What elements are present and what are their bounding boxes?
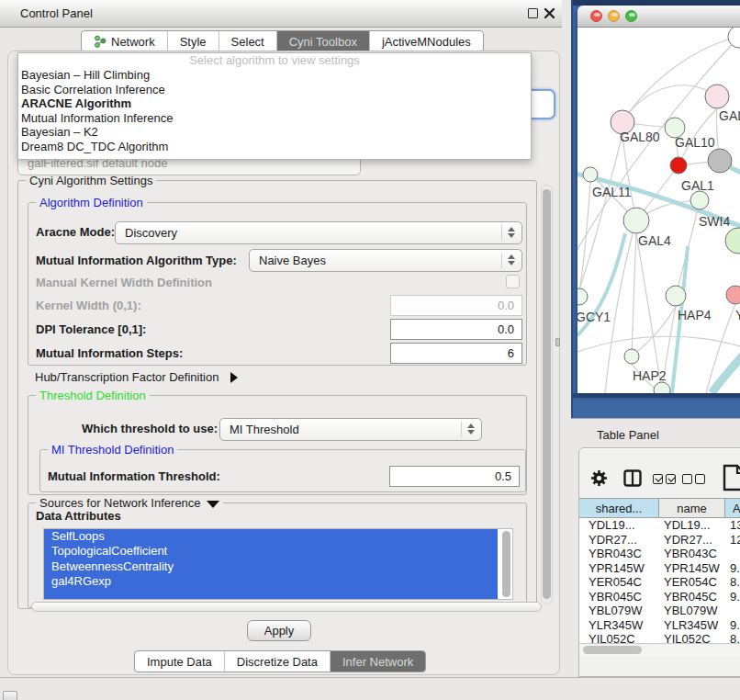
attribute-item-selected[interactable]: BetweennessCentrality xyxy=(44,559,498,574)
window-zoom-button[interactable] xyxy=(625,10,637,22)
expanded-arrow-icon xyxy=(207,501,219,508)
network-graph[interactable]: GAL GAL80 GAL10 GAL1 GAL11 SWI4 GAL4 GCY… xyxy=(577,28,740,393)
mi-threshold-field[interactable]: 0.5 xyxy=(389,466,520,487)
checked-checkboxes-icon[interactable] xyxy=(653,473,676,487)
table-row[interactable]: YDR27...YDR27...12 xyxy=(579,533,740,548)
unchecked-checkboxes-icon[interactable] xyxy=(682,473,705,487)
tab-impute-data[interactable]: Impute Data xyxy=(135,651,224,672)
aracne-mode-label: Aracne Mode: xyxy=(36,225,115,239)
node-gal11[interactable] xyxy=(583,167,598,182)
algorithm-option[interactable]: Bayesian – K2 xyxy=(18,125,531,140)
split-columns-icon[interactable] xyxy=(623,469,642,487)
which-threshold-combo[interactable]: MI Threshold xyxy=(219,418,482,441)
dpi-tolerance-field[interactable]: 0.0 xyxy=(390,319,522,340)
node-label: GCY1 xyxy=(577,310,611,324)
table-body: YDL19...YDL19...13 YDR27...YDR27...12 YB… xyxy=(579,518,740,643)
attribute-list-scrollbar[interactable] xyxy=(502,531,510,597)
bottom-tabbar: Impute Data Discretize Data Infer Networ… xyxy=(134,650,426,672)
window-minimize-button[interactable] xyxy=(608,10,620,22)
manual-kernel-width-checkbox[interactable] xyxy=(506,275,520,288)
collapsed-panel-button[interactable] xyxy=(3,691,17,700)
top-tabbar: Network Style Select Cyni Toolbox jActiv… xyxy=(81,30,484,52)
aracne-mode-combo[interactable]: Discovery xyxy=(115,221,522,244)
table-row[interactable]: YBR043CYBR043C xyxy=(579,547,740,561)
table-panel: Table Panel xyxy=(571,418,740,700)
attribute-item-partial[interactable] xyxy=(44,590,498,600)
node-label: GAL80 xyxy=(620,130,660,144)
column-header-shared-name[interactable]: shared... xyxy=(579,499,659,517)
algorithm-placeholder: Select algorithm to view settings xyxy=(18,53,531,68)
algorithm-option[interactable]: Dream8 DC_TDC Algorithm xyxy=(18,140,531,154)
sources-group: Sources for Network Inference Data Attri… xyxy=(28,502,527,608)
tab-style-label: Style xyxy=(180,31,207,52)
node-swi4[interactable] xyxy=(690,191,709,209)
column-header-name[interactable]: name xyxy=(659,499,725,517)
tab-infer-network[interactable]: Infer Network xyxy=(330,651,425,672)
sources-group-title[interactable]: Sources for Network Inference xyxy=(36,496,223,510)
node-gcy1[interactable] xyxy=(577,288,588,305)
node-gal[interactable] xyxy=(705,85,729,108)
network-window-titlebar[interactable] xyxy=(577,6,740,28)
table-row[interactable]: YPR145WYPR145W9. xyxy=(579,561,740,576)
tab-network[interactable]: Network xyxy=(82,31,167,51)
node-right-green[interactable] xyxy=(725,228,740,254)
table-header-row: shared... name A xyxy=(579,498,740,518)
kernel-width-field[interactable]: 0.0 xyxy=(390,295,522,316)
tab-discretize-data-label: Discretize Data xyxy=(237,651,318,672)
network-canvas[interactable]: GAL GAL80 GAL10 GAL1 GAL11 SWI4 GAL4 GCY… xyxy=(577,28,740,393)
tab-jactivemnodules[interactable]: jActiveMNodules xyxy=(369,31,483,51)
attribute-item-selected[interactable]: TopologicalCoefficient xyxy=(44,544,498,559)
node-gal4[interactable] xyxy=(623,208,649,233)
settings-vertical-scrollbar[interactable] xyxy=(541,185,553,604)
algorithm-option[interactable]: Bayesian – Hill Climbing xyxy=(18,68,531,83)
tab-discretize-data[interactable]: Discretize Data xyxy=(224,651,330,672)
stepper-arrows-icon xyxy=(466,423,475,435)
gear-icon[interactable] xyxy=(590,469,608,487)
mi-algorithm-type-combo[interactable]: Naive Bayes xyxy=(249,249,522,272)
node-hap4[interactable] xyxy=(666,286,686,306)
node-gal10-gray[interactable] xyxy=(708,149,732,173)
tab-impute-data-label: Impute Data xyxy=(147,651,212,672)
table-row[interactable]: YBL079WYBL079W xyxy=(579,604,740,618)
table-row[interactable]: YER054CYER054C8. xyxy=(579,575,740,590)
algorithm-option[interactable]: Mutual Information Inference xyxy=(18,111,531,126)
window-close-button[interactable] xyxy=(590,10,602,22)
node-unlabeled[interactable] xyxy=(728,28,740,48)
float-window-icon[interactable] xyxy=(528,8,538,18)
network-view-window: GAL GAL80 GAL10 GAL1 GAL11 SWI4 GAL4 GCY… xyxy=(577,6,740,393)
aracne-mode-value: Discovery xyxy=(116,222,521,243)
tab-infer-network-label: Infer Network xyxy=(342,651,413,672)
node-bottom[interactable] xyxy=(654,382,670,393)
tab-cyni-toolbox-label: Cyni Toolbox xyxy=(289,31,357,52)
table-row[interactable]: YDL19...YDL19...13 xyxy=(579,518,740,533)
tab-cyni-toolbox[interactable]: Cyni Toolbox xyxy=(276,31,369,51)
tab-style[interactable]: Style xyxy=(167,31,219,51)
column-header-clipped[interactable]: A xyxy=(725,499,740,517)
attribute-item-selected[interactable]: gal4RGexp xyxy=(44,574,498,589)
node-table-window: shared... name A YDL19...YDL19...13 YDR2… xyxy=(578,447,740,677)
panel-splitter-handle[interactable] xyxy=(555,338,560,346)
algorithm-option-selected[interactable]: ARACNE Algorithm xyxy=(18,96,531,111)
stepper-arrows-icon xyxy=(507,254,515,265)
settings-horizontal-scrollbar[interactable] xyxy=(31,602,542,612)
table-horizontal-scrollbar[interactable] xyxy=(579,643,740,656)
table-row[interactable]: YBR045CYBR045C9. xyxy=(579,590,740,604)
hub-definition-expander[interactable]: Hub/Transcription Factor Definition xyxy=(35,370,238,384)
document-icon[interactable] xyxy=(723,464,740,491)
close-icon[interactable] xyxy=(544,7,555,19)
mi-steps-field[interactable]: 6 xyxy=(390,343,522,364)
table-row[interactable]: YIL052CYIL052C8. xyxy=(579,632,740,643)
node-hap2[interactable] xyxy=(624,349,639,364)
algorithm-option[interactable]: Basic Correlation Inference xyxy=(18,83,531,97)
apply-button[interactable]: Apply xyxy=(247,620,311,641)
threshold-definition-title: Threshold Definition xyxy=(36,389,150,402)
node-label: GAL1 xyxy=(681,178,714,193)
node-gal1-red[interactable] xyxy=(670,157,687,174)
tab-select[interactable]: Select xyxy=(219,31,276,51)
attribute-item-selected[interactable]: SelfLoops xyxy=(44,529,498,544)
algorithm-definition-group: Algorithm Definition Aracne Mode: Discov… xyxy=(28,202,527,366)
node-salmon[interactable] xyxy=(726,286,740,304)
control-panel-titlebar[interactable]: Control Panel xyxy=(0,0,562,28)
table-row[interactable]: YLR345WYLR345W9. xyxy=(579,618,740,633)
tab-jactivemnodules-label: jActiveMNodules xyxy=(382,31,471,52)
